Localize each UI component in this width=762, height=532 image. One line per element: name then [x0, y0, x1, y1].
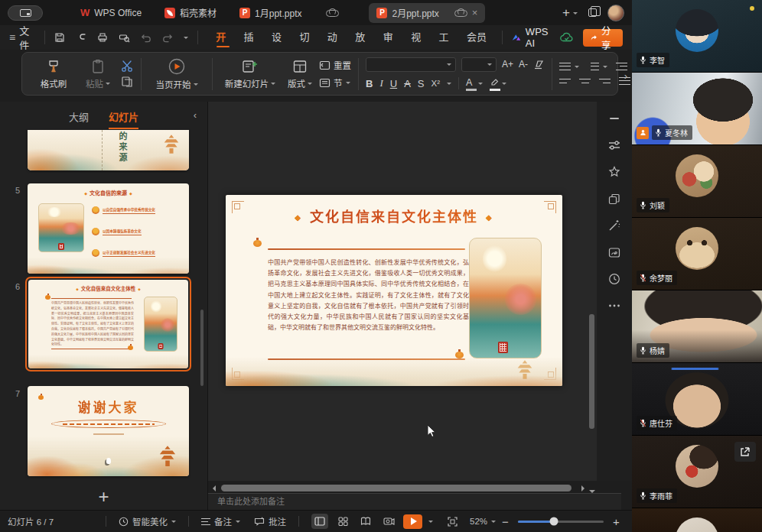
export-icon[interactable] — [76, 32, 86, 43]
align-center-icon[interactable] — [579, 77, 591, 86]
menu-insert[interactable]: 插入 — [237, 25, 265, 50]
slideshow-play-button[interactable] — [403, 514, 422, 529]
wps-ai-button[interactable]: WPS AI — [502, 31, 552, 44]
zoom-slider-handle[interactable] — [549, 517, 558, 526]
tab-outline[interactable]: 大纲 — [69, 109, 89, 129]
layers-icon[interactable] — [607, 191, 622, 206]
share-button[interactable]: 分享 — [583, 29, 623, 47]
new-tab-button[interactable]: + — [562, 5, 578, 21]
beautify-wand-icon[interactable] — [607, 218, 622, 233]
collapse-panel-icon[interactable]: ‹ — [194, 109, 197, 121]
smart-beautify-button[interactable]: 智能美化 — [119, 515, 176, 527]
format-painter-button[interactable]: 格式刷 — [31, 59, 76, 89]
collapse-strip-icon[interactable] — [607, 111, 622, 126]
menu-membership[interactable]: 会员专享 — [460, 25, 502, 50]
layout-button[interactable]: 版式 — [281, 59, 319, 89]
object-properties-icon[interactable] — [607, 138, 622, 153]
print-icon[interactable] — [97, 32, 108, 43]
print-preview-icon[interactable] — [119, 32, 130, 43]
slide-sorter-view-button[interactable] — [334, 514, 351, 529]
highlight-color-button[interactable] — [490, 76, 506, 91]
reading-view-button[interactable] — [357, 514, 374, 529]
participant-tile-lizhi[interactable]: 李智 — [632, 0, 762, 73]
file-menu-button[interactable]: ≡ 文件 — [9, 23, 34, 52]
play-from-current-button[interactable]: 当页开始 — [148, 58, 205, 90]
more-tools-icon[interactable] — [607, 298, 622, 313]
fit-slide-button[interactable] — [444, 514, 461, 529]
new-slide-button[interactable]: 新建幻灯片 — [220, 59, 281, 89]
tab-ppt-february-active[interactable]: P 2月ppt.pptx × — [369, 3, 485, 23]
menu-transitions[interactable]: 切换 — [292, 25, 320, 50]
participant-tile-xiadonglin[interactable]: 夏冬林 — [632, 73, 762, 145]
tab-slides[interactable]: 幻灯片 — [109, 109, 138, 129]
slide-thumbnail-4[interactable]: 的来源 — [28, 130, 189, 170]
chevron-down-icon[interactable] — [447, 83, 451, 87]
current-slide[interactable]: 文化自信来自文化主体性 中国共产党带领中国人民创造性转化、创新性发展中华优秀传统… — [226, 195, 562, 386]
chevron-down-icon[interactable] — [184, 37, 188, 41]
superscript-button[interactable]: X² — [431, 79, 440, 88]
menu-slideshow[interactable]: 放映 — [348, 25, 376, 50]
slide-body-text[interactable]: 中国共产党带领中国人民创造性转化、创新性发展中华优秀传统文化，弘扬革命文化，发展… — [268, 258, 469, 355]
slide-title[interactable]: 文化自信来自文化主体性 — [226, 206, 562, 225]
copy-icon[interactable] — [121, 76, 133, 88]
notes-bar[interactable]: 单击此处添加备注 — [208, 493, 621, 510]
shadow-button[interactable]: S — [418, 78, 425, 89]
assets-icon[interactable] — [607, 245, 622, 260]
zoom-slider[interactable] — [518, 521, 604, 523]
chevron-down-icon[interactable] — [428, 521, 433, 525]
font-size-select[interactable] — [461, 57, 497, 72]
slide-thumbnail-6-selected[interactable]: 文化自信来自文化主体性 中国共产党带领中国人民创造性转化、创新性发展中华优秀传统… — [25, 277, 191, 371]
ribbon-expand-button[interactable]: › — [621, 67, 630, 85]
normal-view-button[interactable] — [311, 514, 328, 529]
strikethrough-a-button[interactable]: A — [404, 78, 411, 89]
notes-button[interactable]: 备注 — [201, 515, 240, 527]
panel-scrollbar[interactable] — [200, 310, 204, 386]
font-color-button[interactable]: A — [466, 76, 483, 91]
participant-tile-partial[interactable] — [632, 508, 762, 532]
close-tab-icon[interactable]: × — [472, 7, 478, 18]
zoom-in-button[interactable]: + — [613, 515, 620, 528]
participant-tile-yumengli[interactable]: 余梦丽 — [632, 218, 762, 290]
menu-review[interactable]: 审阅 — [376, 25, 404, 50]
account-avatar[interactable] — [607, 5, 624, 21]
presenter-view-button[interactable] — [380, 514, 397, 529]
redo-icon[interactable] — [162, 33, 173, 43]
grow-font-button[interactable]: A+ — [502, 59, 513, 70]
vertical-scrollbar[interactable] — [589, 106, 594, 476]
reset-button[interactable]: 重置 — [319, 59, 351, 71]
resources-star-icon[interactable] — [607, 164, 622, 180]
save-icon[interactable] — [54, 32, 65, 43]
align-left-icon[interactable] — [559, 77, 571, 86]
slide-editor-canvas[interactable]: 文化自信来自文化主体性 中国共产党带领中国人民创造性转化、创新性发展中华优秀传统… — [208, 102, 597, 481]
paste-button[interactable]: 粘贴 — [76, 59, 120, 89]
participant-tile-yangjing[interactable]: 杨婧 — [632, 290, 762, 363]
slide-image[interactable] — [469, 238, 542, 358]
italic-button[interactable]: I — [379, 77, 383, 89]
undo-icon[interactable] — [141, 33, 151, 43]
restore-window-icon[interactable] — [588, 8, 597, 17]
shrink-font-button[interactable]: A- — [519, 59, 528, 70]
slide-thumbnail-7[interactable]: 谢谢大家 — [28, 386, 189, 476]
zoom-level[interactable]: 52% — [470, 517, 496, 526]
comments-button[interactable]: 批注 — [254, 515, 286, 527]
slide-thumbnail-5[interactable]: 文化自信的来源 以自信自强传承中华优秀传统文化 以固本铸魂弘扬革命文化 以守正创… — [28, 183, 189, 274]
menu-view[interactable]: 视图 — [404, 25, 431, 50]
underline-button[interactable]: U — [390, 78, 397, 89]
zoom-out-button[interactable]: − — [502, 515, 509, 528]
popout-view-button[interactable] — [734, 442, 756, 462]
tab-ppt-january[interactable]: P 1月ppt.pptx — [228, 0, 349, 25]
scroll-right-icon[interactable] — [581, 485, 585, 491]
align-right-icon[interactable] — [599, 77, 611, 86]
clear-format-icon[interactable] — [533, 60, 545, 70]
scrollbar-handle[interactable] — [221, 485, 572, 491]
participant-tile-tangshifen[interactable]: 唐仕芬 — [632, 363, 762, 436]
horizontal-scrollbar[interactable] — [213, 483, 585, 493]
tab-docer[interactable]: 稻壳素材 — [153, 0, 228, 25]
add-slide-button[interactable]: + — [98, 488, 109, 506]
scroll-left-icon[interactable] — [213, 485, 216, 491]
cloud-saved-icon[interactable] — [560, 30, 574, 45]
menu-tools[interactable]: 工具 — [432, 25, 460, 50]
menu-home[interactable]: 开始 — [209, 25, 236, 50]
participant-tile-liyufei[interactable]: 李雨菲 — [632, 436, 762, 508]
menu-design[interactable]: 设计 — [265, 25, 292, 50]
